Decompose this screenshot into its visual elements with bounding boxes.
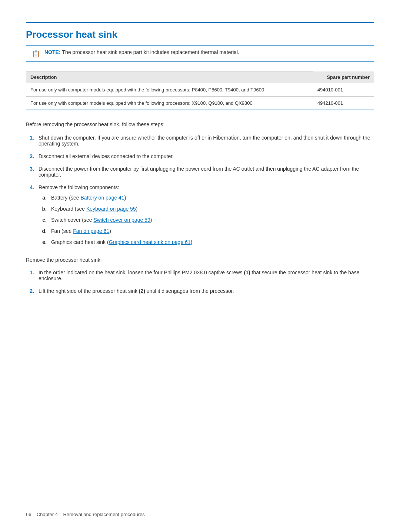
sub-content: Fan (see Fan on page 61) [51, 228, 374, 234]
sub-link[interactable]: Keyboard on page 55 [86, 206, 136, 212]
list-content: Remove the following components:a.Batter… [39, 184, 374, 250]
note-text: The processor heat sink spare part kit i… [62, 49, 240, 55]
bold-reference: (1) [244, 270, 250, 275]
sub-list-item: a.Battery (see Battery on page 41) [39, 195, 374, 201]
sub-list-item: b.Keyboard (see Keyboard on page 55) [39, 206, 374, 212]
footer-chapter-text: Removal and replacement procedures [63, 512, 144, 517]
list-content: Disconnect the power from the computer b… [39, 166, 374, 178]
note-icon: 📋 [32, 50, 41, 58]
sub-label: d. [39, 228, 47, 234]
list-number: 1. [26, 135, 34, 141]
list-item: 2.Disconnect all external devices connec… [26, 153, 374, 159]
sub-label: a. [39, 195, 47, 201]
sub-list: a.Battery (see Battery on page 41)b.Keyb… [39, 195, 374, 245]
sub-content: Graphics card heat sink (Graphics card h… [51, 239, 374, 245]
sub-content: Switch cover (see Switch cover on page 5… [51, 217, 374, 223]
table-cell-spare-part: 494210-001 [313, 97, 374, 110]
sub-link[interactable]: Graphics card heat sink on page 61 [109, 239, 191, 245]
note-label: NOTE: [44, 49, 61, 55]
list-content: Shut down the computer. If you are unsur… [39, 135, 374, 147]
list-item: 2.Lift the right side of the processor h… [26, 288, 374, 294]
list-item: 1.In the order indicated on the heat sin… [26, 270, 374, 281]
list-item: 1.Shut down the computer. If you are uns… [26, 135, 374, 147]
table-row: For use only with computer models equipp… [26, 83, 374, 97]
before-steps-list: 1.Shut down the computer. If you are uns… [26, 135, 374, 250]
remove-intro: Remove the processor heat sink: [26, 257, 374, 263]
list-number: 2. [26, 288, 34, 294]
sub-label: e. [39, 239, 47, 245]
page-title: Processor heat sink [26, 29, 374, 40]
list-number: 3. [26, 166, 34, 172]
sub-content: Keyboard (see Keyboard on page 55) [51, 206, 374, 212]
sub-list-item: d.Fan (see Fan on page 61) [39, 228, 374, 234]
table-cell-description: For use only with computer models equipp… [26, 83, 313, 97]
list-number: 2. [26, 153, 34, 159]
table-cell-description: For use only with computer models equipp… [26, 97, 313, 110]
list-content: Disconnect all external devices connecte… [39, 153, 374, 159]
list-content: Lift the right side of the processor hea… [39, 288, 374, 294]
parts-table: Description Spare part number For use on… [26, 71, 374, 110]
footer-chapter: Chapter 4 [37, 512, 58, 517]
table-row: For use only with computer models equipp… [26, 97, 374, 110]
table-cell-spare-part: 494010-001 [313, 83, 374, 97]
list-number: 4. [26, 184, 34, 190]
sub-list-item: c.Switch cover (see Switch cover on page… [39, 217, 374, 223]
list-content: In the order indicated on the heat sink,… [39, 270, 374, 281]
sub-list-item: e.Graphics card heat sink (Graphics card… [39, 239, 374, 245]
footer-page-number: 66 [26, 512, 31, 517]
note-content: NOTE: The processor heat sink spare part… [44, 49, 239, 55]
sub-label: c. [39, 217, 47, 223]
list-number: 1. [26, 270, 34, 275]
note-box: 📋 NOTE: The processor heat sink spare pa… [26, 45, 374, 62]
before-removing-intro: Before removing the processor heat sink,… [26, 121, 374, 127]
list-item: 3.Disconnect the power from the computer… [26, 166, 374, 178]
page-footer: 66 Chapter 4 Removal and replacement pro… [26, 512, 145, 517]
table-header-spare-part: Spare part number [313, 71, 374, 83]
list-item: 4.Remove the following components:a.Batt… [26, 184, 374, 250]
sub-label: b. [39, 206, 47, 212]
sub-content: Battery (see Battery on page 41) [51, 195, 374, 201]
sub-link[interactable]: Fan on page 61 [73, 228, 109, 234]
sub-link[interactable]: Switch cover on page 59 [93, 217, 150, 223]
remove-steps-list: 1.In the order indicated on the heat sin… [26, 270, 374, 294]
table-header-description: Description [26, 71, 313, 83]
bold-reference: (2) [139, 288, 145, 294]
sub-link[interactable]: Battery on page 41 [80, 195, 124, 201]
